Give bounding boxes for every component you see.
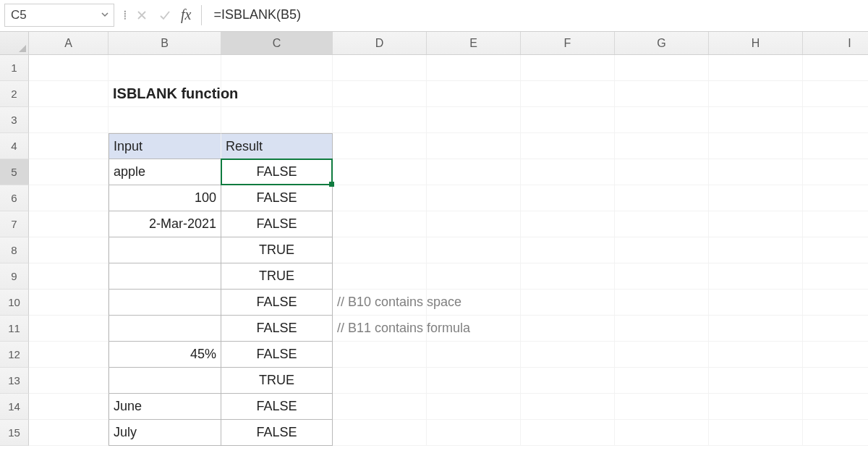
cell-D4[interactable] [333, 133, 427, 159]
row-header-3[interactable]: 3 [0, 107, 29, 133]
cell-I5[interactable] [803, 159, 868, 185]
cell-I14[interactable] [803, 394, 868, 420]
cell-G3[interactable] [615, 107, 709, 133]
cell-G11[interactable] [615, 316, 709, 342]
select-all-corner[interactable] [0, 32, 29, 54]
cell-A5[interactable] [29, 159, 109, 185]
table-header-result[interactable]: Result [221, 133, 333, 159]
row-header-13[interactable]: 13 [0, 368, 29, 394]
cell-H6[interactable] [709, 185, 803, 211]
col-header-E[interactable]: E [427, 32, 521, 54]
row-header-4[interactable]: 4 [0, 133, 29, 159]
cell-E5[interactable] [427, 159, 521, 185]
cell-B8[interactable] [109, 237, 221, 263]
cell-F9[interactable] [521, 263, 615, 290]
cell-C15[interactable]: FALSE [221, 420, 333, 446]
cell-G2[interactable] [615, 81, 709, 107]
cell-A6[interactable] [29, 185, 109, 211]
cell-G8[interactable] [615, 237, 709, 263]
cell-F3[interactable] [521, 107, 615, 133]
cell-D2[interactable] [333, 81, 427, 107]
cell-I2[interactable] [803, 81, 868, 107]
cell-B7[interactable]: 2-Mar-2021 [109, 211, 221, 237]
cell-A7[interactable] [29, 211, 109, 237]
row-header-1[interactable]: 1 [0, 55, 29, 81]
cell-F7[interactable] [521, 211, 615, 237]
row-header-7[interactable]: 7 [0, 211, 29, 237]
cell-A11[interactable] [29, 316, 109, 342]
cell-E15[interactable] [427, 420, 521, 446]
cell-G10[interactable] [615, 290, 709, 316]
cell-D5[interactable] [333, 159, 427, 185]
cell-B9[interactable] [109, 263, 221, 290]
cell-D7[interactable] [333, 211, 427, 237]
cell-E4[interactable] [427, 133, 521, 159]
cell-B1[interactable] [109, 55, 221, 81]
cell-C9[interactable]: TRUE [221, 263, 333, 290]
cell-A8[interactable] [29, 237, 109, 263]
cell-A1[interactable] [29, 55, 109, 81]
cell-I15[interactable] [803, 420, 868, 446]
col-header-H[interactable]: H [709, 32, 803, 54]
cell-G12[interactable] [615, 342, 709, 368]
cell-F14[interactable] [521, 394, 615, 420]
cell-H15[interactable] [709, 420, 803, 446]
cell-F10[interactable] [521, 290, 615, 316]
cell-E7[interactable] [427, 211, 521, 237]
page-title[interactable]: ISBLANK function [109, 81, 221, 107]
table-header-input[interactable]: Input [109, 133, 221, 159]
cell-B3[interactable] [109, 107, 221, 133]
row-header-14[interactable]: 14 [0, 394, 29, 420]
cell-H11[interactable] [709, 316, 803, 342]
cell-E1[interactable] [427, 55, 521, 81]
cell-H12[interactable] [709, 342, 803, 368]
cell-reference-input[interactable] [5, 5, 114, 25]
cell-H5[interactable] [709, 159, 803, 185]
row-header-6[interactable]: 6 [0, 185, 29, 211]
cell-E14[interactable] [427, 394, 521, 420]
cell-I10[interactable] [803, 290, 868, 316]
col-header-D[interactable]: D [333, 32, 427, 54]
cell-I8[interactable] [803, 237, 868, 263]
cell-G15[interactable] [615, 420, 709, 446]
cell-F4[interactable] [521, 133, 615, 159]
cell-C13[interactable]: TRUE [221, 368, 333, 394]
cell-B14[interactable]: June [109, 394, 221, 420]
cell-E2[interactable] [427, 81, 521, 107]
row-header-8[interactable]: 8 [0, 237, 29, 263]
cell-I3[interactable] [803, 107, 868, 133]
cell-G6[interactable] [615, 185, 709, 211]
cell-H7[interactable] [709, 211, 803, 237]
cancel-icon[interactable] [132, 5, 152, 25]
cell-B6[interactable]: 100 [109, 185, 221, 211]
col-header-C[interactable]: C [221, 32, 333, 54]
col-header-G[interactable]: G [615, 32, 709, 54]
cell-C11[interactable]: FALSE [221, 316, 333, 342]
cell-C14[interactable]: FALSE [221, 394, 333, 420]
row-header-10[interactable]: 10 [0, 290, 29, 316]
row-header-11[interactable]: 11 [0, 316, 29, 342]
cell-F12[interactable] [521, 342, 615, 368]
cell-A4[interactable] [29, 133, 109, 159]
cell-A14[interactable] [29, 394, 109, 420]
cell-C12[interactable]: FALSE [221, 342, 333, 368]
cell-H14[interactable] [709, 394, 803, 420]
cell-D10-comment[interactable]: // B10 contains space [333, 290, 427, 316]
cell-D9[interactable] [333, 263, 427, 290]
name-box[interactable] [4, 4, 114, 27]
cell-E8[interactable] [427, 237, 521, 263]
cell-D1[interactable] [333, 55, 427, 81]
cell-G5[interactable] [615, 159, 709, 185]
cell-E12[interactable] [427, 342, 521, 368]
col-header-A[interactable]: A [29, 32, 109, 54]
cell-H13[interactable] [709, 368, 803, 394]
row-header-5[interactable]: 5 [0, 159, 29, 185]
cell-F15[interactable] [521, 420, 615, 446]
cell-B5[interactable]: apple [109, 159, 221, 185]
cell-A2[interactable] [29, 81, 109, 107]
cell-F8[interactable] [521, 237, 615, 263]
cell-B10[interactable] [109, 290, 221, 316]
insert-function-icon[interactable]: fx [178, 7, 194, 23]
cell-A12[interactable] [29, 342, 109, 368]
cell-I4[interactable] [803, 133, 868, 159]
